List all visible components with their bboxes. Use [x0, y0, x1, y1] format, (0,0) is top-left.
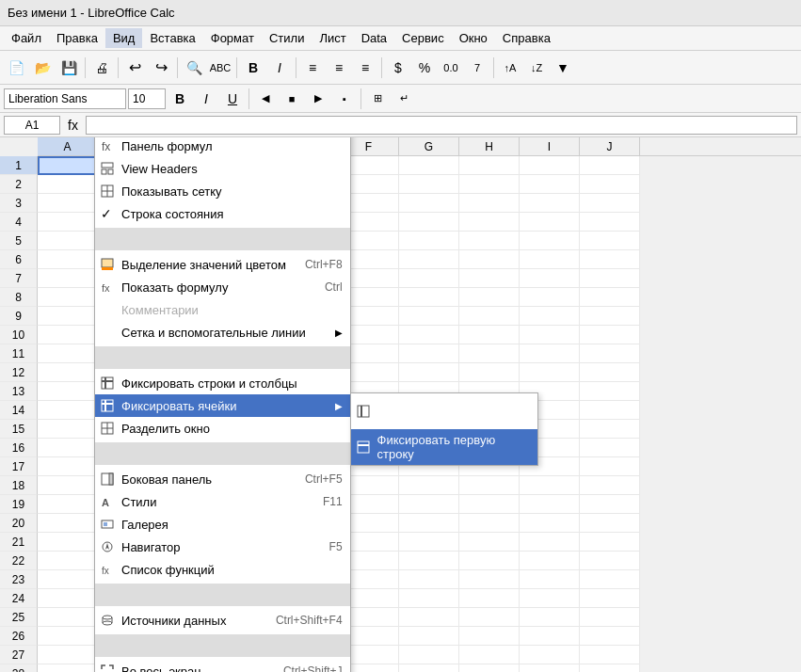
menu-status-bar[interactable]: ✓ Строка состояния — [95, 202, 350, 225]
cell[interactable] — [459, 156, 520, 175]
cell[interactable] — [580, 570, 640, 589]
merge-btn[interactable]: ⊞ — [365, 87, 390, 111]
menu-show-grid[interactable]: Показывать сетку — [95, 180, 350, 202]
bold-font-btn[interactable]: B — [168, 87, 192, 111]
search-btn[interactable]: 🔍 — [182, 56, 206, 80]
cell[interactable] — [580, 363, 640, 382]
cell[interactable] — [580, 420, 640, 439]
cell[interactable] — [38, 401, 98, 420]
cell[interactable] — [520, 552, 580, 570]
cell[interactable] — [580, 552, 640, 570]
menu-function-list[interactable]: fx Список функций — [95, 558, 350, 581]
align-left-font-btn[interactable]: ◀ — [253, 87, 278, 111]
cell[interactable] — [459, 213, 520, 232]
cell[interactable] — [520, 646, 580, 664]
row-number[interactable]: 14 — [0, 401, 38, 420]
cell[interactable] — [399, 627, 459, 646]
row-number[interactable]: 5 — [0, 232, 38, 250]
row-number[interactable]: 15 — [0, 420, 38, 439]
row-number[interactable]: 8 — [0, 288, 38, 307]
cell[interactable] — [399, 156, 459, 175]
menu-fullscreen[interactable]: Во весь экран Ctrl+Shift+J — [95, 660, 350, 672]
cell[interactable] — [520, 344, 580, 363]
cell[interactable] — [580, 646, 640, 664]
row-number[interactable]: 18 — [0, 476, 38, 495]
cell[interactable] — [38, 570, 98, 589]
cell[interactable] — [459, 514, 520, 533]
font-size-input[interactable] — [128, 88, 166, 109]
cell[interactable] — [38, 344, 98, 363]
cell[interactable] — [399, 288, 459, 307]
cell[interactable] — [38, 363, 98, 382]
cell[interactable] — [399, 514, 459, 533]
menu-styles[interactable]: A Стили F11 — [95, 490, 350, 513]
menu-styles[interactable]: Стили — [262, 28, 312, 48]
row-number[interactable]: 6 — [0, 250, 38, 269]
cell[interactable] — [580, 156, 640, 175]
cell[interactable] — [399, 646, 459, 664]
cell[interactable] — [399, 269, 459, 288]
cell[interactable] — [38, 552, 98, 570]
row-number[interactable]: 27 — [0, 646, 38, 664]
cell[interactable] — [399, 232, 459, 250]
row-number[interactable]: 13 — [0, 382, 38, 401]
cell[interactable] — [520, 213, 580, 232]
menu-view[interactable]: Вид — [105, 28, 143, 48]
cell[interactable] — [38, 194, 98, 213]
cell[interactable] — [38, 627, 98, 646]
cell[interactable] — [520, 326, 580, 344]
cell[interactable] — [399, 664, 459, 672]
cell[interactable] — [459, 307, 520, 326]
row-number[interactable]: 20 — [0, 514, 38, 533]
row-number[interactable]: 21 — [0, 533, 38, 552]
font-name-input[interactable] — [4, 88, 126, 109]
cell[interactable] — [580, 476, 640, 495]
row-number[interactable]: 2 — [0, 175, 38, 194]
italic-font-btn[interactable]: I — [194, 87, 218, 111]
row-number[interactable]: 7 — [0, 269, 38, 288]
cell[interactable] — [580, 664, 640, 672]
row-number[interactable]: 26 — [0, 627, 38, 646]
cell[interactable] — [399, 608, 459, 627]
row-number[interactable]: 3 — [0, 194, 38, 213]
menu-freeze-cells[interactable]: Фиксировать ячейки ▶ Фиксировать первый … — [95, 394, 350, 417]
cell[interactable] — [580, 533, 640, 552]
cell[interactable] — [38, 382, 98, 401]
cell[interactable] — [38, 175, 98, 194]
menu-data[interactable]: Data — [354, 28, 394, 48]
menu-color-highlight[interactable]: Выделение значений цветом Ctrl+F8 — [95, 253, 350, 276]
cell[interactable] — [399, 476, 459, 495]
wrap-btn[interactable]: ↵ — [392, 87, 416, 111]
cell[interactable] — [459, 326, 520, 344]
cell[interactable] — [38, 589, 98, 608]
row-number[interactable]: 24 — [0, 589, 38, 608]
row-number[interactable]: 17 — [0, 457, 38, 476]
redo-btn[interactable]: ↪ — [149, 56, 173, 80]
cell[interactable] — [580, 589, 640, 608]
row-number[interactable]: 11 — [0, 344, 38, 363]
row-number[interactable]: 23 — [0, 570, 38, 589]
cell[interactable] — [580, 288, 640, 307]
cell[interactable] — [399, 552, 459, 570]
cell[interactable] — [580, 232, 640, 250]
cell[interactable] — [520, 476, 580, 495]
cell[interactable] — [459, 269, 520, 288]
cell[interactable] — [38, 156, 98, 175]
decimal-add-btn[interactable]: 0.0 — [439, 56, 463, 80]
row-number[interactable]: 9 — [0, 307, 38, 326]
cell[interactable] — [580, 495, 640, 514]
cell[interactable] — [38, 420, 98, 439]
cell[interactable] — [520, 288, 580, 307]
menu-split-window[interactable]: Разделить окно — [95, 417, 350, 440]
row-number[interactable]: 4 — [0, 213, 38, 232]
cell[interactable] — [459, 232, 520, 250]
cell[interactable] — [459, 363, 520, 382]
cell[interactable] — [459, 627, 520, 646]
row-number[interactable]: 19 — [0, 495, 38, 514]
menu-navigator[interactable]: Навигатор F5 — [95, 536, 350, 558]
cell[interactable] — [520, 664, 580, 672]
menu-formula-bar[interactable]: fx Панель формул — [95, 137, 350, 157]
vid-dropdown[interactable]: Обычный Разметка страницы User Interface… — [94, 137, 351, 672]
cell[interactable] — [399, 495, 459, 514]
col-header-a[interactable]: A — [38, 137, 98, 155]
